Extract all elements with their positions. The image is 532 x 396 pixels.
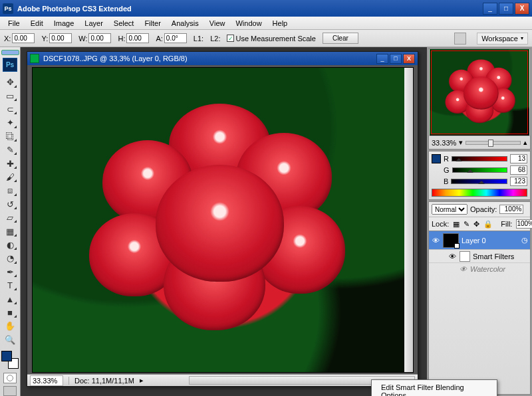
- path-select-tool[interactable]: ▲: [2, 292, 18, 305]
- filter-mask-thumbnail[interactable]: [460, 251, 470, 262]
- field-y[interactable]: [49, 33, 72, 43]
- eyedropper-tool[interactable]: ✎: [2, 144, 18, 156]
- label-h: H:: [118, 35, 125, 43]
- toolbox-handle[interactable]: [1, 50, 19, 55]
- image-content: [33, 68, 413, 372]
- document-title: DSCF1078..JPG @ 33,3% (Layer 0, RGB/8): [43, 54, 376, 62]
- navigator-slider[interactable]: [466, 141, 521, 145]
- canvas[interactable]: [32, 67, 414, 373]
- field-a[interactable]: [164, 33, 187, 43]
- doc-info: Doc: 11,1M/11,1M: [74, 377, 134, 385]
- label-fill: Fill:: [501, 220, 512, 228]
- field-h[interactable]: [126, 33, 149, 43]
- color-swatches[interactable]: [1, 351, 19, 369]
- label-lock: Lock:: [432, 220, 449, 228]
- gradient-tool[interactable]: ▦: [2, 225, 18, 237]
- blur-tool[interactable]: ◐: [2, 239, 18, 251]
- menu-select[interactable]: Select: [108, 18, 140, 29]
- menu-image[interactable]: Image: [49, 18, 80, 29]
- visibility-icon[interactable]: 👁: [431, 237, 440, 245]
- shape-tool[interactable]: ■: [2, 306, 18, 319]
- stamp-tool[interactable]: ⧇: [2, 184, 18, 197]
- layers-panel: Normal Opacity: 100% Lock: ▦ ✎ ✥ 🔒 Fill:…: [428, 201, 531, 395]
- marquee-tool[interactable]: ▭: [2, 90, 18, 102]
- filter-name: Watercolor: [470, 265, 505, 273]
- zoom-out-icon[interactable]: ▾: [459, 138, 463, 147]
- foreground-swatch[interactable]: [1, 351, 12, 361]
- slider-r[interactable]: [452, 156, 507, 161]
- value-r[interactable]: 13: [510, 154, 527, 163]
- doc-info-arrow-icon[interactable]: ▸: [140, 376, 144, 385]
- color-swatch-icon[interactable]: [432, 154, 441, 163]
- zoom-field[interactable]: 33.33%: [30, 375, 63, 386]
- workspace-menu[interactable]: Workspace: [477, 33, 528, 45]
- label-g: G: [444, 166, 450, 174]
- brush-tool[interactable]: 🖌: [2, 171, 18, 183]
- field-w[interactable]: [88, 33, 111, 43]
- lasso-tool[interactable]: ⊂: [2, 103, 18, 116]
- menu-edit[interactable]: Edit: [25, 18, 49, 29]
- dodge-tool[interactable]: ◔: [2, 252, 18, 264]
- canvas-scrollbar-vertical[interactable]: [404, 68, 413, 372]
- navigator-thumbnail[interactable]: [430, 49, 529, 136]
- doc-minimize-button[interactable]: _: [376, 54, 388, 64]
- blend-mode-select[interactable]: Normal: [432, 204, 467, 215]
- menu-view[interactable]: View: [204, 18, 231, 29]
- label-y: Y:: [41, 35, 48, 43]
- palette-well-icon[interactable]: [454, 33, 466, 45]
- value-g[interactable]: 68: [510, 165, 527, 175]
- lock-paint-icon[interactable]: ✎: [464, 220, 469, 229]
- menu-layer[interactable]: Layer: [79, 18, 108, 29]
- doc-close-button[interactable]: X: [403, 54, 415, 64]
- fill-field[interactable]: 100%: [516, 219, 532, 229]
- slider-b[interactable]: [451, 179, 507, 184]
- checkbox-measurement-scale[interactable]: ✓: [227, 35, 234, 42]
- label-r: R: [444, 155, 449, 163]
- maximize-button[interactable]: □: [499, 3, 513, 15]
- slider-g[interactable]: [452, 167, 507, 173]
- navigator-zoom[interactable]: 33.33%: [432, 139, 456, 147]
- visibility-icon[interactable]: 👁: [448, 252, 457, 260]
- smart-filters-label: Smart Filters: [473, 252, 514, 260]
- color-ramp[interactable]: [432, 189, 527, 197]
- doc-maximize-button[interactable]: □: [390, 54, 402, 64]
- move-tool[interactable]: ✥: [2, 76, 18, 88]
- zoom-in-icon[interactable]: ▴: [523, 138, 527, 147]
- menu-analysis[interactable]: Analysis: [166, 18, 204, 29]
- layer-thumbnail[interactable]: [443, 233, 459, 248]
- smart-filters-row[interactable]: 👁 Smart Filters: [429, 250, 530, 263]
- layer-name[interactable]: Layer 0: [462, 237, 486, 245]
- label-opacity: Opacity:: [470, 205, 497, 213]
- lock-position-icon[interactable]: ✥: [473, 220, 479, 229]
- navigator-viewbox[interactable]: [431, 50, 528, 134]
- close-button[interactable]: X: [515, 3, 529, 15]
- clear-button[interactable]: Clear: [323, 33, 358, 44]
- quick-select-tool[interactable]: ✦: [2, 116, 18, 129]
- lock-transparency-icon[interactable]: ▦: [453, 220, 460, 229]
- menu-help[interactable]: Help: [267, 18, 293, 29]
- menu-filter[interactable]: Filter: [139, 18, 166, 29]
- hand-tool[interactable]: ✋: [2, 320, 18, 332]
- menu-file[interactable]: File: [3, 18, 25, 29]
- screenmode-toggle[interactable]: [3, 386, 17, 396]
- opacity-field[interactable]: 100%: [499, 205, 523, 214]
- crop-tool[interactable]: ⿻: [2, 130, 18, 143]
- history-brush-tool[interactable]: ↺: [2, 198, 18, 211]
- value-b[interactable]: 123: [510, 177, 527, 186]
- minimize-button[interactable]: _: [483, 3, 497, 15]
- eraser-tool[interactable]: ▱: [2, 211, 18, 224]
- menu-window[interactable]: Window: [230, 18, 267, 29]
- label-b: B: [444, 177, 448, 185]
- healing-tool[interactable]: ✚: [2, 157, 18, 169]
- visibility-icon[interactable]: 👁: [458, 265, 467, 273]
- lock-all-icon[interactable]: 🔒: [483, 220, 493, 229]
- layer-row-layer0[interactable]: 👁 Layer 0 ◷: [429, 231, 530, 250]
- filter-item-watercolor[interactable]: 👁 Watercolor: [429, 263, 530, 275]
- zoom-tool[interactable]: 🔍: [2, 334, 18, 346]
- type-tool[interactable]: T: [2, 279, 18, 292]
- pen-tool[interactable]: ✒: [2, 266, 18, 278]
- ctx-edit-blending-options[interactable]: Edit Smart Filter Blending Options...: [372, 381, 497, 396]
- quickmask-toggle[interactable]: [3, 373, 17, 383]
- field-x[interactable]: [12, 33, 35, 43]
- panels-right: 33.33% ▾ ▴ R 13 G 68: [427, 47, 532, 396]
